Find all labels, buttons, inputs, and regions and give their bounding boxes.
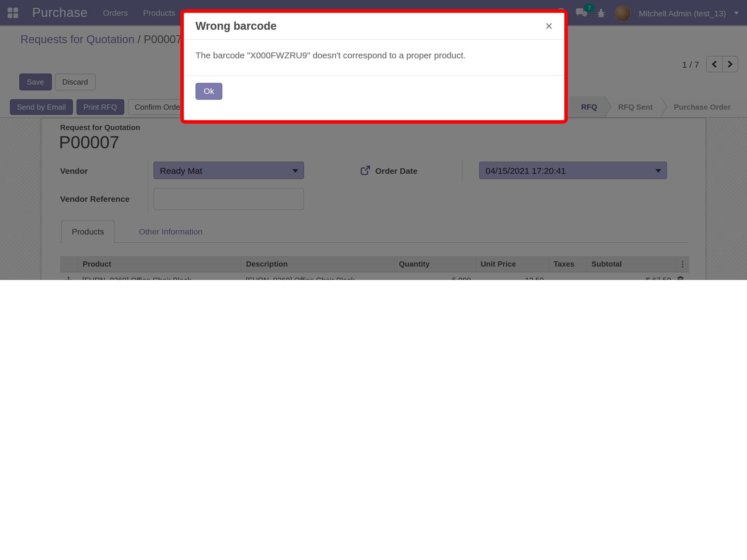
wrong-barcode-dialog: Wrong barcode × The barcode "X000FWZRU9"… (180, 9, 568, 124)
odoo-purchase-app: Purchase Orders Products Reporting Confi… (0, 0, 747, 280)
close-icon[interactable]: × (545, 20, 553, 32)
dialog-title: Wrong barcode (196, 20, 277, 32)
ok-button[interactable]: Ok (196, 83, 222, 100)
dialog-message: The barcode "X000FWZRU9" doesn't corresp… (184, 40, 564, 76)
